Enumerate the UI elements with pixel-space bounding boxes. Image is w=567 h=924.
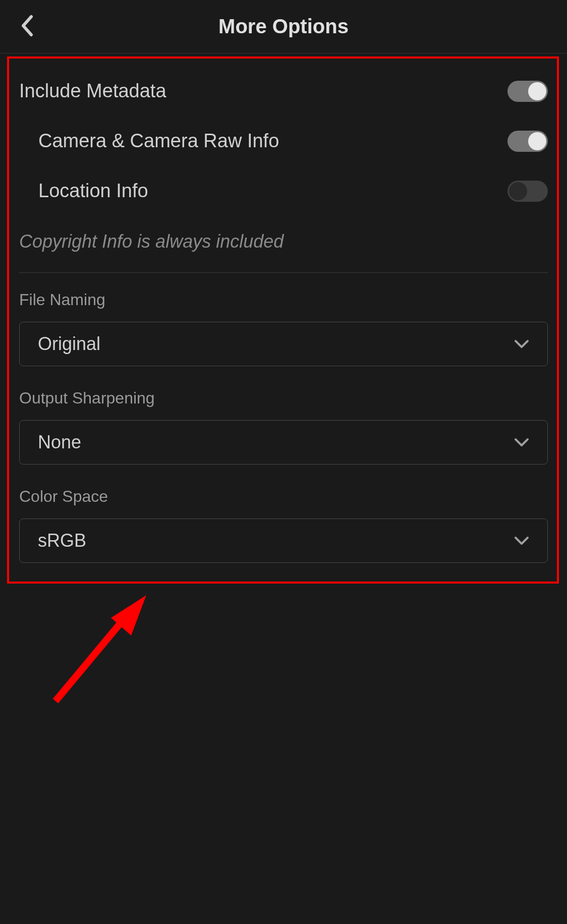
output-sharpening-value: None bbox=[38, 432, 81, 453]
file-naming-select[interactable]: Original bbox=[19, 322, 548, 366]
include-metadata-toggle[interactable] bbox=[507, 81, 548, 102]
toggle-knob bbox=[509, 182, 527, 200]
toggle-knob bbox=[528, 82, 546, 100]
output-sharpening-select[interactable]: None bbox=[19, 420, 548, 465]
file-naming-label: File Naming bbox=[19, 291, 548, 309]
back-button[interactable] bbox=[20, 15, 34, 39]
color-space-select[interactable]: sRGB bbox=[19, 518, 548, 563]
toggle-knob bbox=[528, 132, 546, 150]
include-metadata-label: Include Metadata bbox=[19, 80, 166, 102]
color-space-group: Color Space sRGB bbox=[19, 487, 548, 563]
chevron-down-icon bbox=[514, 438, 529, 447]
camera-info-toggle[interactable] bbox=[507, 131, 548, 152]
chevron-down-icon bbox=[514, 536, 529, 545]
camera-info-row: Camera & Camera Raw Info bbox=[19, 116, 548, 166]
chevron-down-icon bbox=[514, 339, 529, 349]
include-metadata-row: Include Metadata bbox=[19, 66, 548, 116]
output-sharpening-label: Output Sharpening bbox=[19, 389, 548, 408]
annotation-arrow-icon bbox=[48, 593, 154, 709]
svg-line-1 bbox=[55, 610, 131, 701]
color-space-label: Color Space bbox=[19, 487, 548, 506]
file-naming-value: Original bbox=[38, 333, 100, 355]
chevron-left-icon bbox=[20, 15, 34, 37]
header-bar: More Options bbox=[0, 0, 567, 53]
file-naming-group: File Naming Original bbox=[19, 291, 548, 366]
copyright-note: Copyright Info is always included bbox=[19, 216, 548, 272]
divider bbox=[19, 272, 548, 273]
location-info-toggle[interactable] bbox=[507, 181, 548, 202]
camera-info-label: Camera & Camera Raw Info bbox=[38, 130, 279, 152]
color-space-value: sRGB bbox=[38, 530, 86, 551]
content-area: Include Metadata Camera & Camera Raw Inf… bbox=[0, 53, 567, 563]
svg-marker-2 bbox=[111, 595, 146, 636]
location-info-row: Location Info bbox=[19, 166, 548, 216]
location-info-label: Location Info bbox=[38, 180, 148, 202]
output-sharpening-group: Output Sharpening None bbox=[19, 389, 548, 465]
page-title: More Options bbox=[20, 15, 547, 38]
